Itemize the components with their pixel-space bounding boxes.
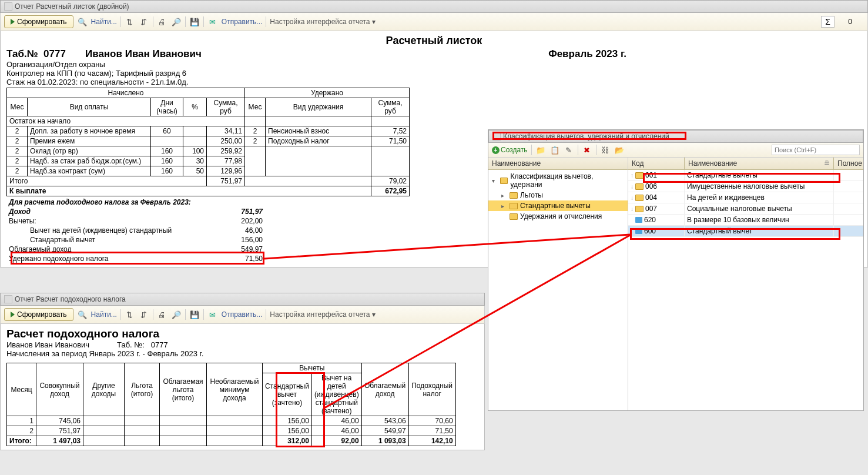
table-row: 2751,97156,0046,00549,9771,50 — [7, 426, 456, 436]
doc-icon — [4, 2, 12, 11]
list-item[interactable]: ↑001Стандартные вычеты — [628, 170, 863, 181]
sigma-icon[interactable]: Σ — [821, 16, 835, 28]
find-link[interactable]: Найти... — [91, 18, 117, 26]
tree-item[interactable]: ▸Льготы — [488, 190, 628, 200]
list-item[interactable]: ↓006Имущественные налоговые вычеты — [628, 181, 863, 192]
copy-icon[interactable]: 📋 — [549, 145, 560, 155]
col-code[interactable]: Код — [628, 158, 685, 170]
collapse-icon[interactable]: ⇵ — [139, 16, 149, 27]
search-icon[interactable]: 🔍 — [77, 309, 88, 320]
search-input[interactable] — [772, 145, 860, 155]
form-button[interactable]: Сформировать — [4, 15, 73, 28]
preview-icon[interactable]: 🔎 — [171, 16, 182, 27]
toolbar1: Сформировать 🔍 Найти... ⇅ ⇵ 🖨 🔎 💾 ✉ Отпр… — [0, 13, 868, 31]
search-icon[interactable]: 🔍 — [77, 16, 88, 27]
doc-icon — [492, 132, 501, 141]
report1-title: Расчетный листок — [6, 35, 862, 47]
sigma-value: 0 — [840, 18, 864, 26]
list-item[interactable]: ↓004На детей и иждивенцев — [628, 192, 863, 203]
form-button2[interactable]: Сформировать — [4, 308, 73, 321]
tree-item-selected[interactable]: ▸Стандартные вычеты — [488, 200, 628, 211]
tree-item[interactable]: Удержания и отчисления — [488, 211, 628, 222]
hierarchy-icon[interactable]: ⛓ — [600, 145, 611, 155]
toolbar2: Сформировать 🔍 Найти... ⇅⇵ 🖨🔎 💾 ✉ Отправ… — [0, 306, 485, 324]
window3-title-bar: Классификация вычетов, удержаний и отчис… — [488, 130, 863, 143]
expand-icon[interactable]: ⇅ — [125, 16, 135, 27]
payroll-table: НачисленоУдержано МесВид оплаты Дни (час… — [6, 88, 410, 196]
delete-icon[interactable]: ✖ — [582, 145, 592, 155]
table-row: 1745,06156,0046,00543,0670,60 — [7, 416, 456, 426]
find-link2[interactable]: Найти... — [91, 310, 117, 319]
cfg-link[interactable]: Настройка интерфейса отчета ▾ — [270, 18, 376, 26]
list-item[interactable]: ↓007Социальные налоговые вычеты — [628, 203, 863, 215]
col-name[interactable]: Наименование — [488, 158, 628, 170]
col-name2[interactable]: Наименование ≞ — [685, 158, 834, 170]
window3-title: Классификация вычетов, удержаний и отчис… — [503, 132, 669, 141]
list-item[interactable]: ↓620В размере 10 базовых величин — [628, 215, 863, 226]
col-full[interactable]: Полное — [834, 158, 863, 170]
tax-table: Месяц Совокупный доход Другие доходы Льг… — [6, 363, 456, 446]
window1-title-bar: Отчет Расчетный листок (двойной) — [0, 0, 868, 13]
report2: Расчет подоходного налога Иванов Иван Ив… — [1, 324, 484, 450]
send-link[interactable]: Отправить... — [222, 18, 263, 26]
window2-title: Отчет Расчет подоходного налога — [15, 295, 126, 303]
doc-icon — [4, 295, 12, 303]
mail-icon[interactable]: ✉ — [207, 16, 218, 27]
tree-root[interactable]: ▾Классификация вычетов, удержани — [488, 171, 628, 190]
window1-title: Отчет Расчетный листок (двойной) — [15, 2, 129, 11]
window2-title-bar: Отчет Расчет подоходного налога — [0, 293, 485, 306]
classifier-window: Классификация вычетов, удержаний и отчис… — [488, 129, 864, 411]
save-icon[interactable]: 💾 — [189, 16, 200, 27]
table-row: Итого:1 497,03312,0092,001 093,03142,10 — [7, 436, 456, 446]
folder-new-icon[interactable]: 📁 — [535, 145, 546, 155]
list-item-selected[interactable]: ↓600Стандартный вычет — [628, 226, 863, 237]
print-icon[interactable]: 🖨 — [157, 16, 167, 27]
toolbar3: Создать 📁 📋 ✎ ✖ ⛓ 📂 — [488, 143, 863, 158]
create-button[interactable]: Создать — [492, 146, 528, 154]
move-icon[interactable]: 📂 — [614, 145, 625, 155]
edit-icon[interactable]: ✎ — [564, 145, 574, 155]
